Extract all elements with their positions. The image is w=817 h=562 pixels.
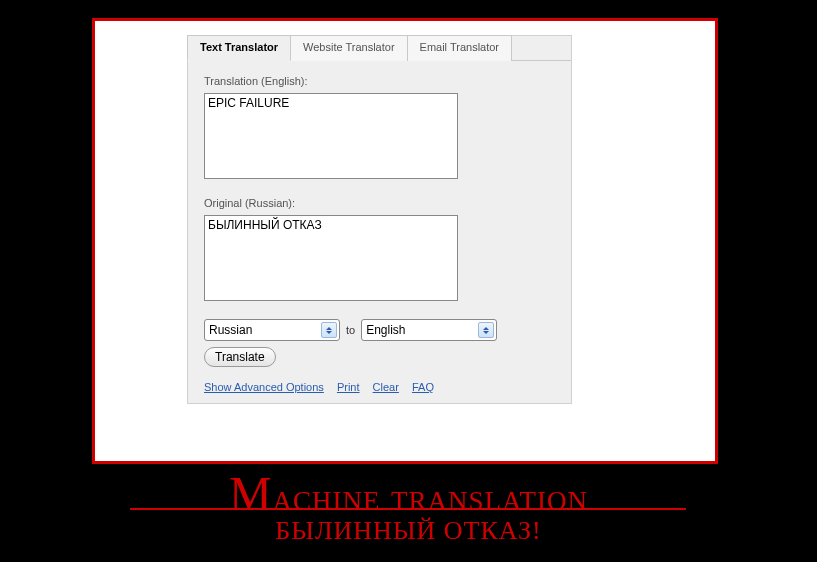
show-advanced-link[interactable]: Show Advanced Options (204, 381, 324, 393)
tab-bar: Text Translator Website Translator Email… (187, 35, 571, 61)
tab-website-translator[interactable]: Website Translator (290, 35, 408, 61)
panel-body: Translation (English): Original (Russian… (188, 61, 571, 403)
tab-email-translator[interactable]: Email Translator (407, 35, 512, 61)
poster-title: Machine translation (0, 466, 817, 521)
from-language-select[interactable]: Russian (204, 319, 340, 341)
original-label: Original (Russian): (204, 197, 555, 209)
poster-subtitle: БЫЛИННЫЙ ОТКАЗ! (0, 516, 817, 546)
translate-button[interactable]: Translate (204, 347, 276, 367)
print-link[interactable]: Print (337, 381, 360, 393)
language-row: Russian to English (204, 319, 555, 341)
select-arrow-icon (478, 322, 494, 338)
from-language-value: Russian (209, 323, 252, 337)
to-label: to (346, 324, 355, 336)
clear-link[interactable]: Clear (373, 381, 399, 393)
original-textarea[interactable] (204, 215, 458, 301)
translation-label: Translation (English): (204, 75, 555, 87)
faq-link[interactable]: FAQ (412, 381, 434, 393)
tab-text-translator[interactable]: Text Translator (187, 35, 291, 61)
translator-panel: Text Translator Website Translator Email… (187, 35, 572, 404)
to-language-value: English (366, 323, 405, 337)
poster-frame: Text Translator Website Translator Email… (92, 18, 718, 464)
poster-title-rest: achine translation (273, 476, 588, 518)
to-language-select[interactable]: English (361, 319, 497, 341)
select-arrow-icon (321, 322, 337, 338)
translation-textarea[interactable] (204, 93, 458, 179)
poster-title-initial: M (229, 467, 273, 520)
poster-title-underline (130, 508, 686, 510)
footer-links: Show Advanced Options Print Clear FAQ (204, 381, 555, 393)
